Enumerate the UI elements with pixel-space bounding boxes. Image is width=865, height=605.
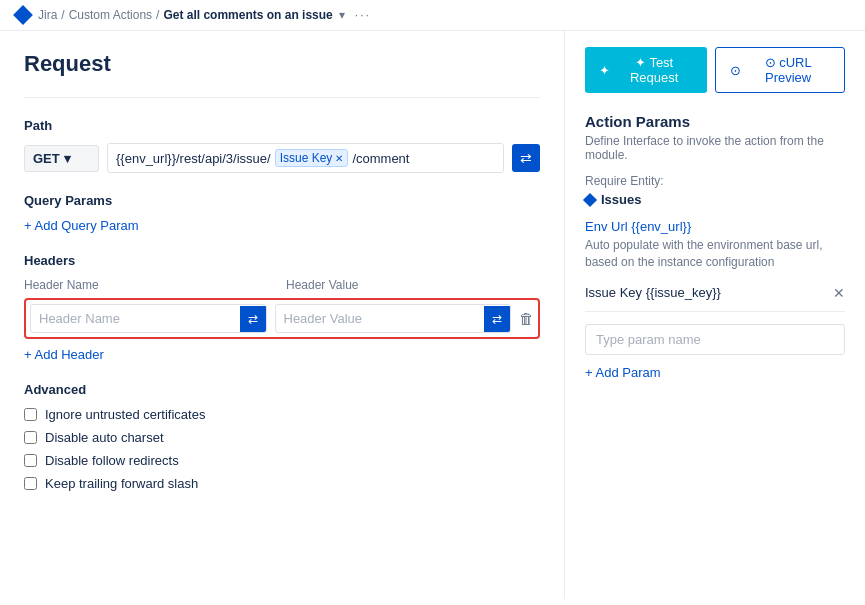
param-name-input[interactable] (585, 324, 845, 355)
breadcrumb-jira[interactable]: Jira (38, 8, 57, 22)
add-param-link[interactable]: + Add Param (585, 365, 661, 380)
path-action-button[interactable]: ⇄ (512, 144, 540, 172)
brand-icon (13, 5, 33, 25)
env-url-link[interactable]: Env Url {{env_url}} (585, 219, 845, 234)
add-query-param-link[interactable]: + Add Query Param (24, 218, 139, 233)
left-panel: Request Path GET ▾ {{env_url}}/rest/api/… (0, 31, 565, 599)
method-label: GET (33, 151, 60, 166)
path-tag-close-icon[interactable]: ✕ (335, 153, 343, 164)
require-entity-label: Require Entity: (585, 174, 845, 188)
path-suffix: /comment (352, 151, 409, 166)
breadcrumb-custom-actions[interactable]: Custom Actions (69, 8, 152, 22)
issue-key-close-icon[interactable]: ✕ (833, 285, 845, 301)
entity-item: Issues (585, 192, 845, 207)
test-label: ✦ Test Request (615, 55, 693, 85)
path-row: GET ▾ {{env_url}}/rest/api/3/issue/ Issu… (24, 143, 540, 173)
test-request-button[interactable]: ✦ ✦ Test Request (585, 47, 707, 93)
advanced-section: Advanced Ignore untrusted certificates D… (24, 382, 540, 491)
header-name-wrap: ⇄ (30, 304, 267, 333)
header-value-input[interactable] (276, 305, 485, 332)
breadcrumb-current: Get all comments on an issue (163, 8, 332, 22)
disable-redirects-label: Disable follow redirects (45, 453, 179, 468)
ignore-certs-label: Ignore untrusted certificates (45, 407, 205, 422)
path-input-container: {{env_url}}/rest/api/3/issue/ Issue Key … (107, 143, 504, 173)
breadcrumb-chevron-icon[interactable]: ▾ (339, 8, 345, 22)
header-input-row: ⇄ ⇄ 🗑 (24, 298, 540, 339)
right-panel: ✦ ✦ Test Request ⊙ ⊙ cURL Preview Action… (565, 31, 865, 599)
action-buttons: ✦ ✦ Test Request ⊙ ⊙ cURL Preview (585, 47, 845, 93)
curl-icon: ⊙ (730, 63, 741, 78)
divider (24, 97, 540, 98)
header-column-labels: Header Name Header Value (24, 278, 540, 292)
test-icon: ✦ (599, 63, 610, 78)
header-name-input[interactable] (31, 305, 240, 332)
path-tag: Issue Key ✕ (275, 149, 349, 167)
ignore-certs-checkbox[interactable] (24, 408, 37, 421)
path-label: Path (24, 118, 540, 133)
keep-slash-label: Keep trailing forward slash (45, 476, 198, 491)
checkbox-disable-charset: Disable auto charset (24, 430, 540, 445)
path-prefix: {{env_url}}/rest/api/3/issue/ (116, 151, 271, 166)
more-options-icon[interactable]: ··· (355, 8, 371, 22)
checkbox-ignore-certs: Ignore untrusted certificates (24, 407, 540, 422)
header-value-wrap: ⇄ (275, 304, 512, 333)
keep-slash-checkbox[interactable] (24, 477, 37, 490)
disable-charset-label: Disable auto charset (45, 430, 164, 445)
headers-label: Headers (24, 253, 540, 268)
advanced-label: Advanced (24, 382, 540, 397)
header-value-action-icon[interactable]: ⇄ (484, 306, 510, 332)
disable-redirects-checkbox[interactable] (24, 454, 37, 467)
query-params-section: Query Params + Add Query Param (24, 193, 540, 233)
entity-name: Issues (601, 192, 641, 207)
issue-key-label: Issue Key {{issue_key}} (585, 285, 721, 300)
main-container: Request Path GET ▾ {{env_url}}/rest/api/… (0, 31, 865, 599)
path-action-icon: ⇄ (520, 150, 532, 166)
path-section: Path GET ▾ {{env_url}}/rest/api/3/issue/… (24, 118, 540, 173)
header-delete-icon[interactable]: 🗑 (519, 310, 534, 327)
method-chevron-icon: ▾ (64, 151, 71, 166)
path-tag-label: Issue Key (280, 151, 333, 165)
breadcrumb-bar: Jira / Custom Actions / Get all comments… (0, 0, 865, 31)
query-params-label: Query Params (24, 193, 540, 208)
curl-preview-button[interactable]: ⊙ ⊙ cURL Preview (715, 47, 845, 93)
header-value-col-label: Header Value (286, 278, 540, 292)
headers-section: Headers Header Name Header Value ⇄ ⇄ 🗑 +… (24, 253, 540, 362)
header-name-col-label: Header Name (24, 278, 278, 292)
method-select[interactable]: GET ▾ (24, 145, 99, 172)
env-url-desc: Auto populate with the environment base … (585, 237, 845, 271)
curl-label: ⊙ cURL Preview (746, 55, 830, 85)
disable-charset-checkbox[interactable] (24, 431, 37, 444)
action-params-title: Action Params (585, 113, 845, 130)
checkbox-disable-redirects: Disable follow redirects (24, 453, 540, 468)
entity-diamond-icon (583, 192, 597, 206)
action-params-desc: Define Interface to invoke the action fr… (585, 134, 845, 162)
header-name-action-icon[interactable]: ⇄ (240, 306, 266, 332)
add-header-link[interactable]: + Add Header (24, 347, 104, 362)
issue-key-row: Issue Key {{issue_key}} ✕ (585, 285, 845, 312)
page-title: Request (24, 51, 540, 77)
checkbox-keep-slash: Keep trailing forward slash (24, 476, 540, 491)
